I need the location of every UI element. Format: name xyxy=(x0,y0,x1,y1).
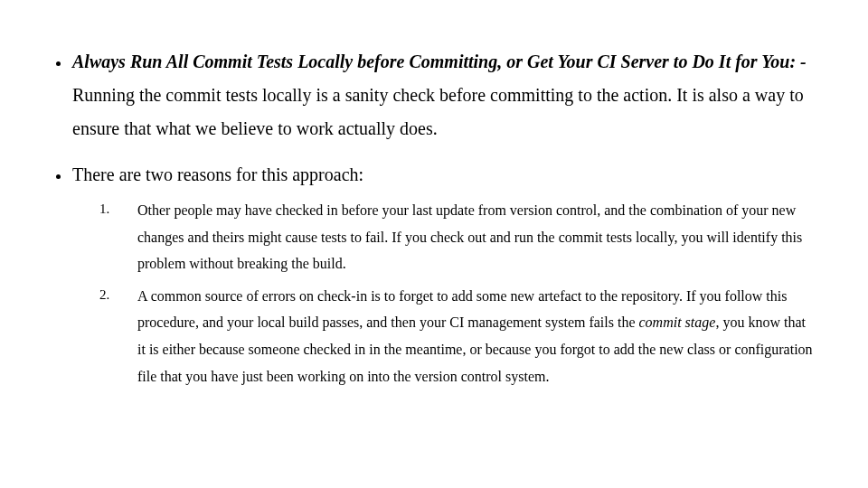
numbered-item-2-em: commit stage xyxy=(639,314,716,330)
bullet-1-body: Running the commit tests locally is a sa… xyxy=(72,85,804,138)
numbered-item-1: Other people may have checked in before … xyxy=(119,197,814,277)
bullet-list: Always Run All Commit Tests Locally befo… xyxy=(54,45,814,389)
numbered-item-1-text: Other people may have checked in before … xyxy=(137,202,802,271)
bullet-2-intro: There are two reasons for this approach: xyxy=(72,164,363,184)
bullet-item-2: There are two reasons for this approach:… xyxy=(71,158,814,389)
document-page: Always Run All Commit Tests Locally befo… xyxy=(0,0,868,389)
numbered-item-2: A common source of errors on check-in is… xyxy=(119,283,814,389)
bullet-1-heading: Always Run All Commit Tests Locally befo… xyxy=(72,52,807,71)
numbered-list: Other people may have checked in before … xyxy=(72,197,814,389)
bullet-item-1: Always Run All Commit Tests Locally befo… xyxy=(71,45,814,145)
